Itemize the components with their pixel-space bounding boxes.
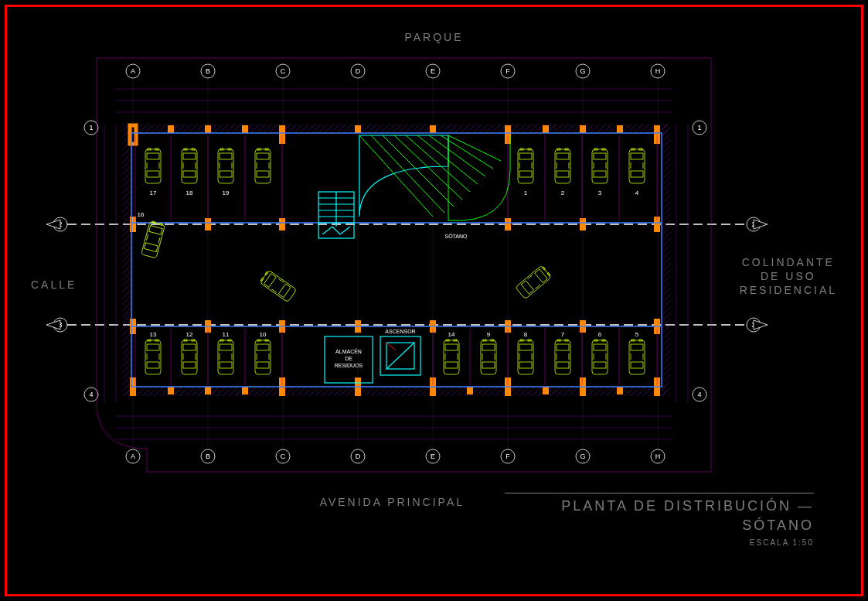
svg-text:6: 6 <box>598 331 602 338</box>
svg-text:G: G <box>580 67 585 75</box>
floor-plan: A B C D E F G H A B C D E F G H 1 2 3 4 … <box>15 15 853 586</box>
grid-cols-top: A B C D E F G H <box>126 64 665 78</box>
svg-text:19: 19 <box>223 190 230 196</box>
svg-text:B: B <box>206 452 210 460</box>
svg-text:DE: DE <box>345 356 352 361</box>
structural-walls <box>130 125 660 396</box>
ramp-curves <box>359 135 510 220</box>
car-16: 16 <box>138 211 165 258</box>
svg-text:RESIDUOS: RESIDUOS <box>335 363 363 368</box>
elevator: ASCENSOR <box>380 329 420 375</box>
svg-text:C: C <box>281 452 286 460</box>
svg-text:H: H <box>655 67 661 75</box>
svg-text:4: 4 <box>697 391 701 398</box>
svg-text:10: 10 <box>260 331 267 338</box>
sotano-label: SÓTANO <box>444 233 468 239</box>
svg-rect-56 <box>168 125 174 133</box>
svg-text:F: F <box>505 67 510 75</box>
svg-text:16: 16 <box>138 211 145 218</box>
svg-text:E: E <box>431 67 435 75</box>
svg-rect-65 <box>617 125 623 133</box>
svg-rect-69 <box>205 387 211 394</box>
svg-text:B: B <box>206 67 210 75</box>
svg-rect-84 <box>580 218 586 230</box>
arrow-icon <box>46 220 60 229</box>
car-maneuvering-2 <box>516 265 552 299</box>
arrow-icon <box>754 220 768 229</box>
cars-bottom-right: 14 9 8 7 6 5 <box>444 331 645 374</box>
svg-text:E: E <box>431 452 435 460</box>
svg-rect-70 <box>242 387 248 394</box>
svg-text:C: C <box>281 67 286 75</box>
svg-rect-58 <box>242 125 248 133</box>
svg-text:4: 4 <box>635 190 639 196</box>
svg-text:1: 1 <box>524 190 528 196</box>
svg-text:A: A <box>131 452 135 460</box>
car-maneuvering-1 <box>259 270 296 302</box>
svg-text:4: 4 <box>89 391 93 398</box>
svg-rect-63 <box>543 125 549 133</box>
svg-line-124 <box>417 135 478 184</box>
svg-text:ASCENSOR: ASCENSOR <box>385 329 415 334</box>
grid-rows-right: 1 2 3 4 <box>693 121 761 401</box>
svg-line-122 <box>394 135 462 200</box>
svg-rect-54 <box>662 124 671 396</box>
svg-text:7: 7 <box>561 331 565 338</box>
svg-rect-78 <box>617 387 623 394</box>
svg-text:17: 17 <box>150 190 157 196</box>
svg-text:8: 8 <box>524 331 528 338</box>
svg-text:ALMACÉN: ALMACÉN <box>335 348 362 354</box>
svg-text:9: 9 <box>487 331 491 338</box>
svg-rect-57 <box>205 125 211 133</box>
property-boundary <box>97 58 711 472</box>
svg-line-123 <box>406 135 470 192</box>
svg-text:F: F <box>505 452 510 460</box>
svg-rect-61 <box>430 125 436 133</box>
svg-text:13: 13 <box>150 331 157 338</box>
svg-text:1: 1 <box>89 124 93 131</box>
svg-text:3: 3 <box>598 190 602 196</box>
svg-text:11: 11 <box>223 331 230 338</box>
svg-text:1: 1 <box>697 124 701 131</box>
svg-rect-76 <box>543 387 549 394</box>
svg-rect-68 <box>168 387 174 394</box>
arrow-icon <box>46 320 60 330</box>
svg-text:H: H <box>655 452 661 460</box>
svg-line-138 <box>386 343 396 350</box>
outer-wall-hatch <box>122 124 671 396</box>
svg-text:5: 5 <box>635 331 639 338</box>
svg-rect-64 <box>580 125 586 133</box>
cars-top-right: 1 2 3 4 <box>518 149 645 196</box>
drawing-canvas: PARQUE CALLE AVENIDA PRINCIPAL COLINDANT… <box>15 15 853 586</box>
svg-rect-60 <box>355 125 361 133</box>
svg-line-125 <box>429 135 485 176</box>
svg-text:A: A <box>131 67 135 75</box>
svg-line-119 <box>359 135 433 217</box>
arrow-icon <box>754 320 768 330</box>
svg-text:D: D <box>356 67 361 75</box>
stairwell <box>318 192 354 238</box>
grid-rows-left: 1 2 3 4 <box>53 121 98 401</box>
svg-text:12: 12 <box>186 331 193 338</box>
grid-cols-bottom: A B C D E F G H <box>126 449 665 463</box>
svg-text:2: 2 <box>561 190 565 196</box>
svg-rect-53 <box>122 124 131 396</box>
svg-text:14: 14 <box>448 331 455 338</box>
svg-line-120 <box>371 135 444 213</box>
svg-text:G: G <box>580 452 585 460</box>
svg-rect-74 <box>467 387 473 394</box>
svg-text:D: D <box>356 452 361 460</box>
almacen: ALMACÉN DE RESIDUOS <box>325 336 373 383</box>
svg-text:18: 18 <box>186 190 193 196</box>
